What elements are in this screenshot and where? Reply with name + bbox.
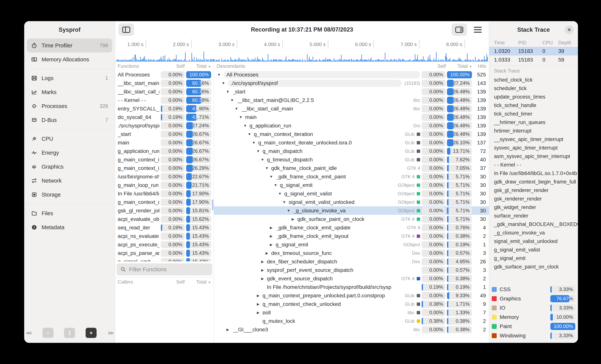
- self-column-header[interactable]: Self: [161, 63, 185, 69]
- sidebar-item-processes[interactable]: Processes326: [27, 99, 112, 113]
- expander-open-icon[interactable]: ▼: [225, 90, 230, 94]
- stack-frame-row[interactable]: gdk_surface_paint_on_clock: [489, 263, 578, 271]
- function-row[interactable]: main0.00%26.67%26.67%: [115, 138, 214, 147]
- expander-open-icon[interactable]: ▼: [255, 149, 261, 153]
- sidebar-item-marks[interactable]: Marks: [27, 85, 112, 99]
- function-row[interactable]: g_signal_emit0.00%15.43%15.43%: [115, 257, 214, 261]
- expander-open-icon[interactable]: ▼: [281, 200, 287, 204]
- descendant-row[interactable]: ▼g_signal_emitGObject0.00%5.71%5.71%30: [214, 181, 489, 189]
- stack-frame-row[interactable]: _g_closure_invoke_va: [489, 229, 578, 237]
- sidebar-item-graphics[interactable]: Graphics: [27, 160, 112, 174]
- zoom-out-button[interactable]: −: [42, 328, 53, 338]
- function-row[interactable]: _start0.00%26.67%26.67%: [115, 130, 214, 138]
- descendant-row[interactable]: ▼_gdk_frame_clock_emit_paintGTK 40.00%5.…: [214, 172, 489, 181]
- expander-closed-icon[interactable]: ▶: [268, 234, 274, 238]
- stack-frame-row[interactable]: scheduler_tick: [489, 84, 578, 93]
- stack-frame-row[interactable]: sysvec_apic_timer_interrupt: [489, 144, 578, 152]
- zoom-level-button[interactable]: 1: [64, 328, 75, 338]
- function-row[interactable]: g_main_context_itera0.00%26.67%26.67%: [115, 155, 214, 164]
- stack-frame-row[interactable]: update_process_times: [489, 93, 578, 101]
- sidebar-item-logs[interactable]: Logs1: [27, 71, 112, 85]
- function-row[interactable]: g_application_run0.00%26.67%26.67%: [115, 147, 214, 155]
- expander-closed-icon[interactable]: ▶: [264, 251, 270, 255]
- function-row[interactable]: g_main_context_itera0.00%26.29%26.29%: [115, 164, 214, 172]
- function-row[interactable]: entry_SYSCALL_64_a0.19%0.19%41.90%41.90%: [115, 105, 214, 113]
- hits-column-header[interactable]: Hits: [474, 63, 486, 69]
- expander-open-icon[interactable]: ▼: [247, 132, 252, 136]
- descendant-row[interactable]: ▼g_main_context_iterationGLib0.00%26.48%…: [214, 130, 489, 138]
- descendant-row[interactable]: ▼g_main_dispatchGLib0.00%13.71%13.71%72: [214, 147, 489, 155]
- expander-closed-icon[interactable]: ▶: [255, 311, 261, 315]
- expander-open-icon[interactable]: ▼: [264, 166, 270, 170]
- expander-closed-icon[interactable]: ▶: [268, 243, 274, 247]
- function-row[interactable]: /usr/bin/gnome-shell0.00%22.67%22.67%: [115, 172, 214, 181]
- sample-row[interactable]: 1.032015183039: [489, 47, 578, 56]
- descendants-total-column-header[interactable]: Total▼: [447, 63, 472, 69]
- expander-open-icon[interactable]: ▼: [229, 98, 235, 102]
- stack-frame-row[interactable]: surface_render: [489, 212, 578, 220]
- descendant-row[interactable]: ▼signal_emit_valist_unlockedGObject0.00%…: [214, 198, 489, 206]
- sidebar-item-time-profiler[interactable]: Time Profiler798: [27, 38, 112, 52]
- stack-frame-row[interactable]: gtk_widget_render: [489, 203, 578, 212]
- stack-frame-row[interactable]: sched_clock_tick: [489, 76, 578, 84]
- descendant-row[interactable]: ▼g_signal_emit_valistGObject0.00%5.71%5.…: [214, 189, 489, 198]
- descendant-row[interactable]: ▼./src/sysprof/sysprof(15183)0.00%27.24%…: [214, 79, 489, 87]
- descendant-row[interactable]: ▼All Processes0.00%100.00%100.00%525: [214, 70, 489, 79]
- descendant-row[interactable]: ▼_g_closure_invoke_vaGObject0.00%5.71%5.…: [214, 206, 489, 215]
- menu-button[interactable]: [470, 23, 486, 36]
- descendant-row[interactable]: g_mutex_lockGLib0.38%0.38%0.38%0.38%2: [214, 317, 489, 325]
- sidebar-item-memory-allocations[interactable]: Memory Allocations: [27, 52, 112, 67]
- function-row[interactable]: gsk_gl_render_job_vi0.00%15.81%15.81%: [115, 206, 214, 215]
- function-row[interactable]: acpi_ns_evaluate0.00%15.43%15.43%: [115, 232, 214, 240]
- expander-open-icon[interactable]: ▼: [242, 124, 248, 128]
- timeline-ruler[interactable]: 1.000 s2.000 s3.000 s4.000 s5.000 s6.000…: [115, 38, 489, 49]
- function-row[interactable]: All Processes0.00%100.00%100.00%: [115, 70, 214, 79]
- sidebar-item-d-bus[interactable]: D-Bus7: [27, 113, 112, 127]
- stack-frame-row[interactable]: In File /usr/lib64/libGL.so.1.7.0+0x4b: [489, 169, 578, 178]
- skip-forward-button[interactable]: ▶▶: [107, 328, 115, 338]
- expander-open-icon[interactable]: ▼: [277, 192, 283, 196]
- sidebar-item-files[interactable]: Files: [27, 206, 112, 220]
- expander-closed-icon[interactable]: ▶: [225, 327, 230, 332]
- descendant-row[interactable]: ▶sysprof_perf_event_source_dispatch0.00%…: [214, 266, 489, 274]
- callers-total-column-header[interactable]: Total▼: [186, 279, 211, 285]
- function-row[interactable]: __libc_start_call_mai0.00%60.76%60.76%: [115, 87, 214, 96]
- sidebar-item-network[interactable]: Network: [27, 174, 112, 188]
- function-row[interactable]: seq_read_iter0.19%0.19%15.43%15.43%: [115, 223, 214, 232]
- function-row[interactable]: ./src/sysprof/sysprof0.00%27.24%27.24%: [115, 121, 214, 130]
- stack-frame-row[interactable]: _gdk_marshal_BOOLEAN__BOXEDv: [489, 220, 578, 229]
- callers-self-column-header[interactable]: Self: [161, 279, 185, 285]
- expander-open-icon[interactable]: ▼: [216, 73, 222, 77]
- stack-frame-row[interactable]: signal_emit_valist_unlocked: [489, 237, 578, 246]
- function-row[interactable]: __libc_start_main@G0.00%60.76%60.76%: [115, 79, 214, 87]
- descendants-column-header[interactable]: Descendants: [217, 63, 421, 69]
- descendant-row[interactable]: ▶dex_fiber_scheduler_dispatchDex0.00%4.9…: [214, 257, 489, 266]
- descendant-row[interactable]: ▶__GI___clone3libc0.00%0.38%0.38%2: [214, 325, 489, 334]
- expander-closed-icon[interactable]: ▶: [260, 259, 265, 264]
- descendant-row[interactable]: ▶gdk_event_source_dispatchGTK 40.00%0.38…: [214, 274, 489, 283]
- expander-open-icon[interactable]: ▼: [251, 141, 257, 145]
- descendant-row[interactable]: ▶polllibc0.00%1.33%1.33%7: [214, 308, 489, 317]
- descendant-row[interactable]: ▼g_application_runGio0.00%26.48%26.48%13…: [214, 121, 489, 130]
- functions-scrollbar-thumb[interactable]: [212, 200, 213, 210]
- callers-column-header[interactable]: Callers: [118, 279, 159, 285]
- descendants-self-column-header[interactable]: Self: [422, 63, 446, 69]
- stack-frame-row[interactable]: __sysvec_apic_timer_interrupt: [489, 135, 578, 144]
- expander-closed-icon[interactable]: ▶: [260, 277, 265, 281]
- samples-column-header[interactable]: CPU: [542, 40, 558, 46]
- expander-closed-icon[interactable]: ▶: [255, 294, 261, 298]
- stack-frame-row[interactable]: tick_sched_handle: [489, 101, 578, 110]
- descendant-row[interactable]: ▼__libc_start_call_mainlibc0.00%26.48%26…: [214, 105, 489, 113]
- toggle-left-pane-button[interactable]: [119, 23, 134, 36]
- stack-frame-row[interactable]: __hrtimer_run_queues: [489, 118, 578, 127]
- descendant-row[interactable]: ▼gdk_frame_clock_paint_idleGTK 40.00%7.0…: [214, 164, 489, 172]
- stack-frame-row[interactable]: tick_sched_timer: [489, 110, 578, 118]
- descendant-row[interactable]: ▶_gdk_frame_clock_emit_updateGTK 40.00%0…: [214, 223, 489, 232]
- toggle-right-pane-button[interactable]: [451, 23, 467, 36]
- function-row[interactable]: do_syscall_640.19%0.19%41.71%41.71%: [115, 113, 214, 121]
- function-row[interactable]: g_main_loop_run0.00%21.71%21.71%: [115, 181, 214, 189]
- sidebar-item-storage[interactable]: Storage: [27, 188, 112, 202]
- samples-column-header[interactable]: Depth: [558, 40, 578, 46]
- stack-frame-row[interactable]: g_signal_emit: [489, 254, 578, 263]
- samples-column-header[interactable]: PID: [518, 40, 542, 46]
